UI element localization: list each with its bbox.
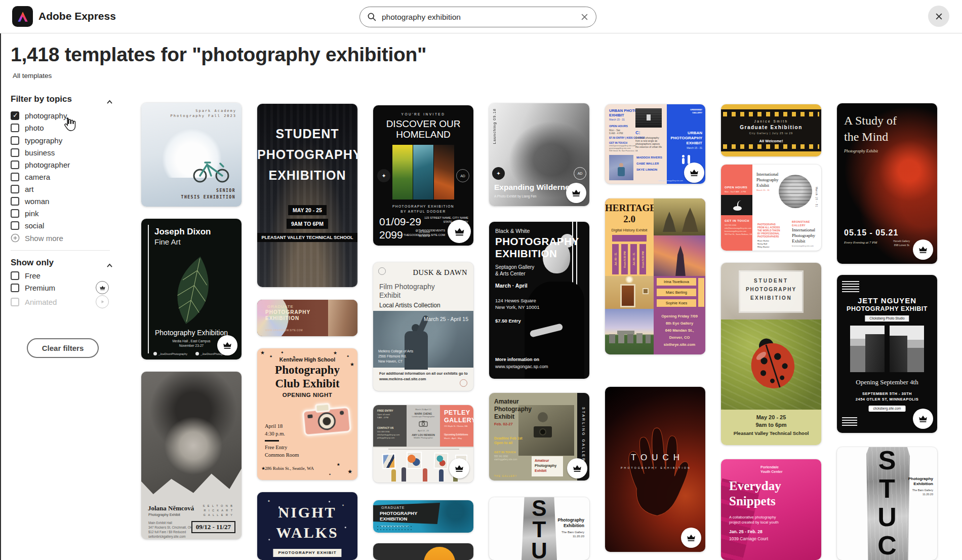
tower-silhouette bbox=[674, 246, 687, 276]
search-bar[interactable]: photography exhibition bbox=[359, 7, 596, 27]
checkbox-premium[interactable] bbox=[11, 284, 19, 292]
star-decoration: ✦ bbox=[280, 350, 284, 355]
pagoda-silhouette bbox=[663, 212, 676, 232]
template-card-jett-nguyen-photography-exhibit[interactable]: JETT NGUYEN PHOTOGRAPHY EXHIBIT Clicksbe… bbox=[837, 275, 937, 433]
template-card-expanding-wilderness[interactable]: Launching 09.18 ✦ AD Expanding Wildernes… bbox=[489, 103, 589, 206]
template-card-black-and-white-exhibition[interactable]: Black & White PHOTOGRAPHY EXHIBITION Sep… bbox=[489, 222, 589, 379]
schedule-bar: Jul. 09 - 31 bbox=[612, 244, 619, 274]
template-card-discover-our-homeland[interactable]: YOU'RE INVITED DISCOVER OUR HOMELAND ✦ A… bbox=[373, 105, 473, 246]
clear-search-icon[interactable] bbox=[580, 13, 589, 23]
stone bbox=[627, 334, 633, 343]
sidebar-item-free[interactable]: Free bbox=[11, 270, 41, 281]
clear-filters-button[interactable]: Clear filters bbox=[27, 338, 99, 358]
adobe-a-icon bbox=[15, 9, 30, 24]
sidebar-item-woman[interactable]: woman bbox=[11, 196, 49, 206]
template-card-international-photography-bronstane[interactable]: OPEN HOURS Mon - Sat 9 AM - 4 PM GET IN … bbox=[721, 165, 821, 251]
sidebar-divider bbox=[11, 250, 110, 251]
template-card-jolana-nemcova[interactable]: Jolana Němcová Photography Exhibit Main … bbox=[141, 372, 242, 539]
template-card-night-walks[interactable]: ✦ ✦ ✦ NIGHT WALKS PHOTOGRAPHY EXHIBIT bbox=[257, 492, 357, 560]
star-decoration: ✦ bbox=[267, 499, 270, 503]
sprocket-holes bbox=[723, 144, 819, 149]
temple-sunset-photo bbox=[654, 235, 705, 276]
adobe-express-logo[interactable] bbox=[12, 6, 33, 27]
template-card-student-photography-exhibition[interactable]: STUDENT PHOTOGRAPHY EXHIBITION MAY 20 - … bbox=[257, 104, 357, 287]
collapse-show-only-chevron-icon[interactable] bbox=[106, 261, 113, 270]
sidebar-item-camera[interactable]: camera bbox=[11, 172, 50, 182]
instagram-icon bbox=[195, 352, 199, 355]
label-box: Amateur Photography Exhibit bbox=[532, 456, 563, 476]
checkbox-art[interactable] bbox=[11, 185, 19, 193]
app-header: Adobe Express photography exhibition bbox=[0, 0, 962, 33]
template-card-joseph-dixon-fine-art[interactable]: Joseph Dixon Fine Art Photography Exhibi… bbox=[141, 219, 242, 359]
sidebar-item-animated[interactable]: Animated bbox=[11, 297, 57, 307]
sparkle-circle-icon: ✦ bbox=[492, 167, 505, 180]
page-title: 1,418 templates for "photography exhibit… bbox=[11, 44, 426, 66]
search-input[interactable]: photography exhibition bbox=[382, 13, 461, 22]
barcode-graphic bbox=[842, 280, 859, 292]
sidebar-item-photographer[interactable]: photographer bbox=[11, 159, 70, 170]
checkbox-photographer[interactable] bbox=[11, 161, 19, 169]
animated-play-icon bbox=[96, 295, 109, 308]
dots-pattern bbox=[376, 525, 412, 531]
sidebar-item-typography[interactable]: typography bbox=[11, 135, 62, 145]
checkbox-free[interactable] bbox=[11, 271, 19, 280]
names-panel: Irina Tsvetkova Marc Berling Sophie Koes bbox=[654, 276, 705, 309]
checkbox-business[interactable] bbox=[11, 148, 19, 157]
checkbox-photography[interactable] bbox=[11, 111, 19, 120]
artwork bbox=[433, 453, 448, 469]
stone bbox=[609, 334, 615, 343]
template-card-student-typography-stuc[interactable]: S T U C Photography Exhibition The Bam G… bbox=[837, 447, 937, 560]
person-figure bbox=[391, 469, 396, 482]
circle-ornament bbox=[378, 267, 386, 275]
sidebar-item-social[interactable]: social bbox=[11, 220, 44, 230]
yosemite-photo bbox=[890, 326, 924, 372]
name-tag: Marc Berling bbox=[657, 289, 696, 296]
template-card-heritage-2-0[interactable]: HERITAGE 2.0 Digital History Exhibit Jul… bbox=[605, 198, 705, 354]
template-card-janice-smith-filmstrip[interactable]: Janice Smith Graduate Exhibition City Ga… bbox=[721, 104, 821, 156]
sidebar-item-photography[interactable]: photography bbox=[11, 110, 67, 121]
lamp-glow bbox=[624, 276, 634, 283]
checkbox-woman[interactable] bbox=[11, 197, 19, 206]
template-card-everyday-snippets[interactable]: Porlendale Youth Center Everyday Snippet… bbox=[721, 459, 821, 560]
template-card-partial[interactable] bbox=[373, 543, 473, 560]
name-tag: Sophie Koes bbox=[657, 299, 696, 307]
sidebar-item-art[interactable]: art bbox=[11, 184, 34, 194]
show-more-button[interactable]: Show more bbox=[11, 233, 63, 243]
brand-panel: PETLEY GALLERY 195 Maple St. / Boston, M… bbox=[440, 405, 473, 447]
template-card-petley-gallery[interactable]: FREE ENTRY Open all week 9 AM - 4 PM CON… bbox=[373, 405, 473, 483]
stone bbox=[636, 333, 643, 343]
close-button[interactable] bbox=[928, 6, 949, 27]
checkbox-typography[interactable] bbox=[11, 136, 19, 145]
sidebar-item-pink[interactable]: pink bbox=[11, 208, 39, 218]
breadcrumb-all-templates[interactable]: All templates bbox=[13, 72, 52, 79]
template-card-touch-photography-exhibition[interactable]: TOUCH PHOTOGRAPHY EXHIBITION bbox=[605, 387, 705, 552]
template-card-a-study-of-the-mind[interactable]: A Study of the Mind Photography Exhibit … bbox=[837, 103, 937, 264]
field-photo-strip bbox=[392, 145, 413, 199]
template-card-graduate-photography-banner[interactable]: GRADUATE PHOTOGRAPHY EXHIBITION WWW.GRAD… bbox=[257, 300, 357, 336]
schedule-bar: Jul. 09 - 31 bbox=[630, 244, 637, 274]
title-band: GRADUATE PHOTOGRAPHY EXHIBITION bbox=[373, 503, 440, 524]
checkbox-pink[interactable] bbox=[11, 209, 19, 218]
door-photo bbox=[605, 276, 654, 309]
template-card-kentview-photography-club[interactable]: ★ ★ ✦ ★ ★ ✦ ★ ★ ★ ★ ✦ Kentview High Scho… bbox=[257, 348, 357, 480]
checkbox-social[interactable] bbox=[11, 221, 19, 230]
ladybug-illustration bbox=[736, 326, 807, 397]
plus-circle-icon bbox=[11, 233, 20, 243]
template-card-amateur-photography-starling[interactable]: STARLING GALLERY Amateur Photography Exh… bbox=[489, 393, 589, 481]
template-card-senior-thesis-exhibition[interactable]: Spark Academy Photography Fall 2023 SENI… bbox=[141, 103, 242, 207]
template-card-student-photography-ladybug[interactable]: STUDENT PHOTOGRAPHY EXHIBITION May 20 - … bbox=[721, 263, 821, 445]
collapse-topics-chevron-icon[interactable] bbox=[106, 97, 113, 106]
checkbox-photo[interactable] bbox=[11, 124, 19, 132]
sidebar-item-photo[interactable]: photo bbox=[11, 123, 44, 133]
schedule-bar: From 5:30 PM bbox=[621, 244, 628, 274]
template-card-dusk-and-dawn[interactable]: DUSK & DAWN Film Photography Exhibit Loc… bbox=[373, 262, 473, 391]
checkbox-camera[interactable] bbox=[11, 173, 19, 181]
stone bbox=[646, 335, 651, 343]
template-card-student-typography-partial[interactable]: S T U Photography Exhibition The Bam Gal… bbox=[489, 497, 589, 560]
premium-crown-badge bbox=[567, 458, 587, 478]
template-card-urban-photography-exhibit[interactable]: URBAN PHOTOGRAPHY EXHIBIT March 15 - 31 … bbox=[605, 104, 705, 184]
sidebar-item-premium[interactable]: Premium bbox=[11, 283, 55, 293]
template-card-graduate-photography-teal-banner[interactable]: GRADUATE PHOTOGRAPHY EXHIBITION WWW.GRAD… bbox=[373, 500, 473, 533]
premium-crown-badge bbox=[448, 220, 471, 243]
sidebar-item-business[interactable]: business bbox=[11, 147, 55, 157]
